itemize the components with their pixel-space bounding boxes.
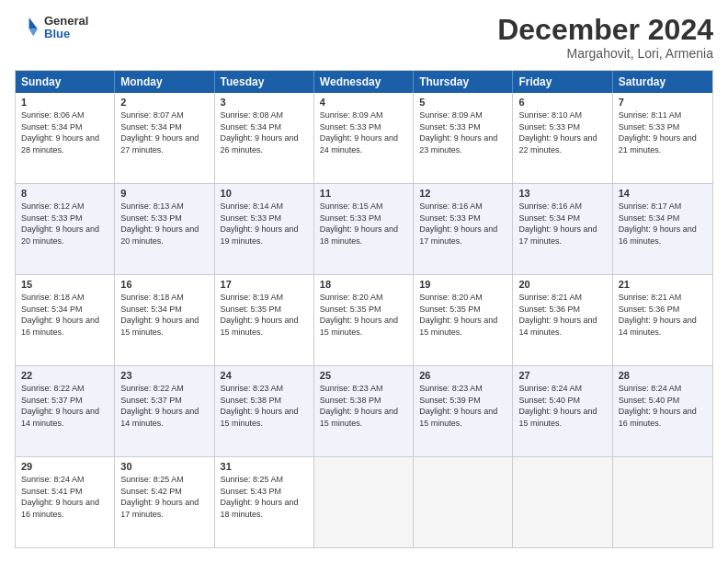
day-info: Sunrise: 8:23 AMSunset: 5:38 PMDaylight:… (320, 383, 407, 429)
calendar-cell-10: 10Sunrise: 8:14 AMSunset: 5:33 PMDayligh… (215, 184, 314, 274)
day-number: 24 (221, 370, 308, 381)
day-number: 10 (221, 188, 308, 199)
day-info: Sunrise: 8:08 AMSunset: 5:34 PMDaylight:… (221, 109, 308, 155)
day-number: 14 (619, 188, 707, 199)
calendar-cell-19: 19Sunrise: 8:20 AMSunset: 5:35 PMDayligh… (414, 275, 513, 365)
calendar-header: SundayMondayTuesdayWednesdayThursdayFrid… (16, 71, 712, 93)
calendar-cell-28: 28Sunrise: 8:24 AMSunset: 5:40 PMDayligh… (613, 366, 712, 456)
calendar-row-3: 15Sunrise: 8:18 AMSunset: 5:34 PMDayligh… (16, 274, 712, 365)
day-info: Sunrise: 8:09 AMSunset: 5:33 PMDaylight:… (320, 109, 407, 155)
calendar-row-5: 29Sunrise: 8:24 AMSunset: 5:41 PMDayligh… (16, 456, 712, 547)
day-info: Sunrise: 8:21 AMSunset: 5:36 PMDaylight:… (619, 292, 707, 338)
calendar-cell-16: 16Sunrise: 8:18 AMSunset: 5:34 PMDayligh… (115, 275, 214, 365)
day-info: Sunrise: 8:06 AMSunset: 5:34 PMDaylight:… (21, 109, 108, 155)
calendar-cell-29: 29Sunrise: 8:24 AMSunset: 5:41 PMDayligh… (16, 457, 115, 547)
calendar-cell-4: 4Sunrise: 8:09 AMSunset: 5:33 PMDaylight… (314, 93, 414, 183)
day-info: Sunrise: 8:15 AMSunset: 5:33 PMDaylight:… (320, 201, 407, 247)
day-number: 20 (518, 279, 606, 290)
calendar-cell-6: 6Sunrise: 8:10 AMSunset: 5:33 PMDaylight… (513, 93, 612, 183)
day-info: Sunrise: 8:19 AMSunset: 5:35 PMDaylight:… (221, 292, 308, 338)
day-info: Sunrise: 8:18 AMSunset: 5:34 PMDaylight:… (120, 292, 208, 338)
day-number: 15 (21, 279, 108, 290)
day-number: 22 (21, 370, 108, 381)
weekday-header-monday: Monday (115, 71, 214, 93)
calendar-cell-empty-6 (613, 457, 712, 547)
calendar-cell-2: 2Sunrise: 8:07 AMSunset: 5:34 PMDaylight… (115, 93, 214, 183)
weekday-header-tuesday: Tuesday (215, 71, 314, 93)
day-info: Sunrise: 8:14 AMSunset: 5:33 PMDaylight:… (221, 201, 308, 247)
day-info: Sunrise: 8:24 AMSunset: 5:41 PMDaylight:… (21, 474, 108, 520)
calendar-cell-17: 17Sunrise: 8:19 AMSunset: 5:35 PMDayligh… (215, 275, 314, 365)
day-number: 25 (320, 370, 407, 381)
day-number: 19 (419, 279, 506, 290)
day-number: 12 (419, 188, 506, 199)
calendar-cell-26: 26Sunrise: 8:23 AMSunset: 5:39 PMDayligh… (414, 366, 513, 456)
day-info: Sunrise: 8:10 AMSunset: 5:33 PMDaylight:… (518, 109, 606, 155)
day-number: 31 (221, 461, 308, 472)
day-number: 23 (120, 370, 208, 381)
calendar-cell-empty-5 (513, 457, 612, 547)
calendar-cell-11: 11Sunrise: 8:15 AMSunset: 5:33 PMDayligh… (314, 184, 414, 274)
header-right: December 2024 Margahovit, Lori, Armenia (497, 15, 713, 61)
day-info: Sunrise: 8:11 AMSunset: 5:33 PMDaylight:… (619, 109, 707, 155)
calendar-cell-9: 9Sunrise: 8:13 AMSunset: 5:33 PMDaylight… (115, 184, 214, 274)
weekday-header-thursday: Thursday (414, 71, 513, 93)
calendar-body: 1Sunrise: 8:06 AMSunset: 5:34 PMDaylight… (16, 93, 712, 547)
day-info: Sunrise: 8:12 AMSunset: 5:33 PMDaylight:… (21, 201, 108, 247)
location: Margahovit, Lori, Armenia (497, 46, 713, 61)
day-number: 30 (120, 461, 208, 472)
calendar-cell-30: 30Sunrise: 8:25 AMSunset: 5:42 PMDayligh… (115, 457, 214, 547)
day-number: 7 (619, 97, 707, 108)
calendar-cell-15: 15Sunrise: 8:18 AMSunset: 5:34 PMDayligh… (16, 275, 115, 365)
day-number: 29 (21, 461, 108, 472)
calendar-cell-14: 14Sunrise: 8:17 AMSunset: 5:34 PMDayligh… (613, 184, 712, 274)
calendar-cell-7: 7Sunrise: 8:11 AMSunset: 5:33 PMDaylight… (613, 93, 712, 183)
day-info: Sunrise: 8:24 AMSunset: 5:40 PMDaylight:… (619, 383, 707, 429)
logo-icon (15, 15, 40, 40)
calendar-cell-31: 31Sunrise: 8:25 AMSunset: 5:43 PMDayligh… (215, 457, 314, 547)
day-info: Sunrise: 8:24 AMSunset: 5:40 PMDaylight:… (518, 383, 606, 429)
calendar-cell-27: 27Sunrise: 8:24 AMSunset: 5:40 PMDayligh… (513, 366, 612, 456)
day-number: 5 (419, 97, 506, 108)
day-number: 8 (21, 188, 108, 199)
day-number: 18 (320, 279, 407, 290)
weekday-header-saturday: Saturday (613, 71, 712, 93)
day-number: 2 (120, 97, 208, 108)
day-info: Sunrise: 8:20 AMSunset: 5:35 PMDaylight:… (419, 292, 506, 338)
calendar-cell-21: 21Sunrise: 8:21 AMSunset: 5:36 PMDayligh… (613, 275, 712, 365)
calendar-cell-24: 24Sunrise: 8:23 AMSunset: 5:38 PMDayligh… (215, 366, 314, 456)
day-info: Sunrise: 8:21 AMSunset: 5:36 PMDaylight:… (518, 292, 606, 338)
calendar-cell-1: 1Sunrise: 8:06 AMSunset: 5:34 PMDaylight… (16, 93, 115, 183)
day-number: 4 (320, 97, 407, 108)
calendar-row-4: 22Sunrise: 8:22 AMSunset: 5:37 PMDayligh… (16, 365, 712, 456)
day-number: 16 (120, 279, 208, 290)
calendar-row-1: 1Sunrise: 8:06 AMSunset: 5:34 PMDaylight… (16, 93, 712, 183)
calendar-cell-empty-4 (414, 457, 513, 547)
day-info: Sunrise: 8:07 AMSunset: 5:34 PMDaylight:… (120, 109, 208, 155)
day-number: 13 (518, 188, 606, 199)
day-info: Sunrise: 8:16 AMSunset: 5:34 PMDaylight:… (518, 201, 606, 247)
calendar-cell-20: 20Sunrise: 8:21 AMSunset: 5:36 PMDayligh… (513, 275, 612, 365)
day-info: Sunrise: 8:09 AMSunset: 5:33 PMDaylight:… (419, 109, 506, 155)
logo: General Blue (15, 15, 88, 41)
calendar-cell-empty-3 (314, 457, 414, 547)
day-number: 1 (21, 97, 108, 108)
day-info: Sunrise: 8:16 AMSunset: 5:33 PMDaylight:… (419, 201, 506, 247)
weekday-header-wednesday: Wednesday (314, 71, 414, 93)
header: General Blue December 2024 Margahovit, L… (15, 15, 713, 61)
weekday-header-friday: Friday (513, 71, 612, 93)
day-info: Sunrise: 8:22 AMSunset: 5:37 PMDaylight:… (120, 383, 208, 429)
day-info: Sunrise: 8:25 AMSunset: 5:43 PMDaylight:… (221, 474, 308, 520)
calendar-cell-25: 25Sunrise: 8:23 AMSunset: 5:38 PMDayligh… (314, 366, 414, 456)
day-number: 21 (619, 279, 707, 290)
calendar-cell-3: 3Sunrise: 8:08 AMSunset: 5:34 PMDaylight… (215, 93, 314, 183)
day-info: Sunrise: 8:22 AMSunset: 5:37 PMDaylight:… (21, 383, 108, 429)
day-number: 3 (221, 97, 308, 108)
day-number: 28 (619, 370, 707, 381)
day-number: 11 (320, 188, 407, 199)
day-info: Sunrise: 8:18 AMSunset: 5:34 PMDaylight:… (21, 292, 108, 338)
day-info: Sunrise: 8:23 AMSunset: 5:38 PMDaylight:… (221, 383, 308, 429)
calendar-cell-23: 23Sunrise: 8:22 AMSunset: 5:37 PMDayligh… (115, 366, 214, 456)
day-info: Sunrise: 8:13 AMSunset: 5:33 PMDaylight:… (120, 201, 208, 247)
weekday-header-sunday: Sunday (16, 71, 115, 93)
